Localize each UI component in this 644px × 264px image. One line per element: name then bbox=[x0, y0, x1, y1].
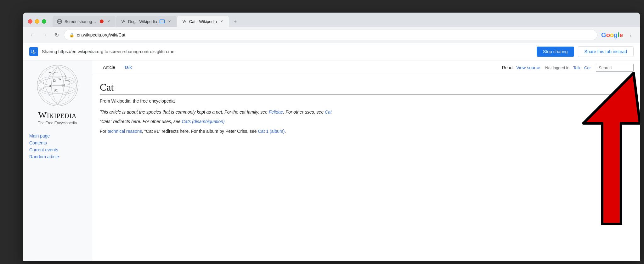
globe-icon bbox=[57, 19, 62, 24]
svg-text:W: W bbox=[121, 19, 126, 24]
wiki-talk-link[interactable]: Talk bbox=[573, 65, 580, 70]
wiki-view-tabs: Read View source bbox=[502, 65, 540, 70]
wiki-not-logged-in: Not logged in bbox=[545, 65, 569, 70]
wiki-tab-read[interactable]: Read bbox=[502, 65, 512, 70]
menu-button[interactable]: ⋮ bbox=[625, 30, 635, 40]
tab-screen-sharing-title: Screen sharing controls bbox=[65, 19, 97, 24]
link-cat1-album[interactable]: Cat 1 (album) bbox=[258, 129, 285, 134]
tab-cat-title: Cat - Wikipedia bbox=[189, 19, 217, 24]
share-banner: Sharing https://en.wikipedia.org to scre… bbox=[23, 43, 640, 60]
back-button[interactable]: ← bbox=[28, 30, 37, 40]
wikipedia-icon-cat: W bbox=[182, 19, 187, 24]
tab-close-dog[interactable]: ✕ bbox=[167, 19, 172, 24]
svg-text:W: W bbox=[182, 19, 187, 24]
wiki-article-tabs: Article Talk bbox=[99, 63, 136, 72]
svg-text:Ω: Ω bbox=[53, 78, 56, 83]
share-screen-icon bbox=[29, 47, 38, 56]
nav-link-contents[interactable]: Contents bbox=[29, 140, 86, 145]
article-paragraph-2: "Cats" redirects here. For other uses, s… bbox=[100, 118, 632, 125]
toolbar-right: Google ⋮ bbox=[600, 30, 635, 40]
close-button[interactable] bbox=[28, 19, 32, 24]
svg-text:維: 維 bbox=[62, 84, 65, 87]
tab-close-cat[interactable]: ✕ bbox=[219, 19, 224, 24]
tab-screen-sharing[interactable]: Screen sharing controls ✕ bbox=[53, 16, 116, 27]
nav-link-current-events[interactable]: Current events bbox=[29, 147, 86, 152]
wikipedia-globe-logo: Ω W И 維 維 bbox=[36, 64, 80, 108]
article-subtitle: From Wikipedia, the free encyclopedia bbox=[100, 98, 632, 104]
traffic-lights bbox=[28, 19, 46, 24]
browser-window: Screen sharing controls ✕ W Dog - Wikipe… bbox=[23, 13, 640, 261]
link-technical-reasons[interactable]: technical reasons bbox=[108, 129, 142, 134]
wiki-content-area: Article Talk Read View source Not logged… bbox=[92, 60, 640, 261]
minimize-button[interactable] bbox=[35, 19, 39, 24]
wiki-top-right-info: Not logged in Talk Cor bbox=[545, 65, 591, 70]
wiki-site-title: Wikipedia bbox=[38, 110, 76, 120]
toolbar: ← → ↻ 🔒 en.wikipedia.org/wiki/Cat Google… bbox=[23, 27, 640, 43]
nav-link-main-page[interactable]: Main page bbox=[29, 133, 86, 138]
link-felidae[interactable]: Felidae bbox=[269, 110, 283, 115]
forward-button[interactable]: → bbox=[40, 30, 49, 40]
svg-text:W: W bbox=[58, 77, 62, 81]
article-title: Cat bbox=[100, 81, 632, 95]
wikipedia-icon-dog: W bbox=[121, 19, 126, 24]
google-logo: Google bbox=[601, 31, 623, 39]
stop-sharing-button[interactable]: Stop sharing bbox=[537, 47, 574, 57]
svg-text:維: 維 bbox=[54, 88, 58, 92]
link-cats-disambig[interactable]: Cats (disambiguation) bbox=[182, 119, 225, 124]
tab-dog-title: Dog - Wikipedia bbox=[128, 19, 157, 24]
article-paragraph-1: This article is about the species that i… bbox=[100, 109, 632, 115]
reload-button[interactable]: ↻ bbox=[52, 30, 61, 40]
tab-dog-wikipedia[interactable]: W Dog - Wikipedia ✕ bbox=[116, 16, 177, 27]
tab-cat-wikipedia[interactable]: W Cat - Wikipedia ✕ bbox=[177, 16, 229, 27]
address-bar[interactable]: 🔒 en.wikipedia.org/wiki/Cat bbox=[64, 30, 597, 40]
wiki-logo-area: Ω W И 維 維 Wikipedia The Free Encyclopedi… bbox=[23, 60, 92, 128]
wiki-cor-link[interactable]: Cor bbox=[584, 65, 591, 70]
share-description-text: Sharing https://en.wikipedia.org to scre… bbox=[42, 49, 533, 54]
wiki-right-controls: Read View source Not logged in Talk Cor bbox=[502, 64, 634, 72]
title-bar: Screen sharing controls ✕ W Dog - Wikipe… bbox=[23, 13, 640, 27]
wiki-tab-talk[interactable]: Talk bbox=[120, 63, 136, 72]
maximize-button[interactable] bbox=[42, 19, 46, 24]
wiki-site-subtitle: The Free Encyclopedia bbox=[38, 121, 77, 125]
recording-dot bbox=[100, 20, 104, 23]
wiki-tab-viewsource[interactable]: View source bbox=[516, 65, 540, 70]
tab-close-screen-sharing[interactable]: ✕ bbox=[106, 19, 111, 24]
link-cat-disambig[interactable]: Cat bbox=[325, 110, 332, 115]
share-tab-button[interactable]: Share this tab instead bbox=[578, 46, 634, 57]
url-text: en.wikipedia.org/wiki/Cat bbox=[77, 32, 125, 37]
wiki-sidebar: Ω W И 維 維 Wikipedia The Free Encyclopedi… bbox=[23, 60, 92, 261]
page-content: Ω W И 維 維 Wikipedia The Free Encyclopedi… bbox=[23, 60, 640, 261]
wiki-search-input[interactable] bbox=[596, 64, 634, 72]
svg-text:И: И bbox=[49, 84, 51, 88]
wiki-article-content: Cat From Wikipedia, the free encyclopedi… bbox=[92, 75, 640, 261]
wiki-tab-article[interactable]: Article bbox=[99, 63, 120, 72]
screen-share-indicator bbox=[160, 20, 165, 23]
wiki-nav-links: Main page Contents Current events Random… bbox=[23, 128, 92, 164]
lock-icon: 🔒 bbox=[69, 33, 74, 37]
article-paragraph-3: For technical reasons, "Cat #1" redirect… bbox=[100, 128, 632, 135]
wiki-top-bar: Article Talk Read View source Not logged… bbox=[92, 60, 640, 75]
new-tab-button[interactable]: + bbox=[231, 17, 240, 26]
tabs-row: Screen sharing controls ✕ W Dog - Wikipe… bbox=[53, 16, 635, 27]
nav-link-random-article[interactable]: Random article bbox=[29, 154, 86, 159]
